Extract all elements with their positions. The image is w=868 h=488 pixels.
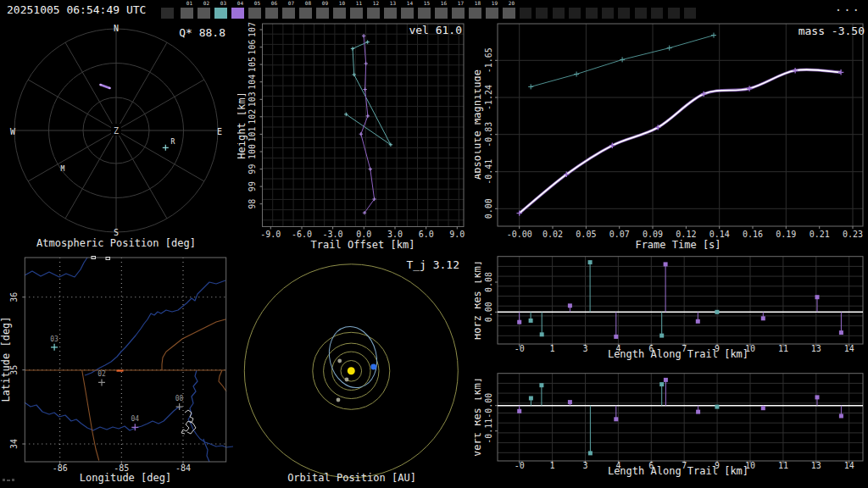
mag-lightcurve [517,68,844,216]
trail-series-purple [359,34,376,214]
station-slot-box [553,8,565,19]
sky-title-value: Q* 88.8 [179,26,225,39]
svg-text:-0.11: -0.11 [484,419,493,444]
meteor-analysis-screen: { "topbar": { "timestamp": "20251005 06:… [0,0,868,488]
mag-series-teal [528,33,716,90]
panel-orbital-position: T_j 3.12Orbital Position [AU] [237,254,475,488]
overflow-menu-button[interactable]: ... [835,0,861,14]
svg-text:99: 99 [248,164,257,175]
svg-text:-84: -84 [175,463,191,473]
svg-text:105: 105 [248,57,257,72]
station-slot-box [350,8,363,19]
station-slot-box [231,8,244,19]
station-slot-label: 16 [437,0,447,7]
svg-text:-0: -0 [515,461,525,470]
vert_res-grid [498,374,863,461]
svg-text:Vert Res [km]: Vert Res [km] [475,377,483,457]
svg-text:3: 3 [582,344,587,353]
station-slot-box [435,8,448,19]
map-watermark [3,479,14,481]
svg-text:04: 04 [131,415,139,423]
panel-trail-offset: -9.0-6.0-3.00.03.06.09.01071061051041031… [237,20,475,254]
svg-text:0.23: 0.23 [843,230,863,239]
svg-text:106: 106 [248,40,257,55]
trail-title-value: vel 61.0 [409,24,462,36]
svg-text:0.00: 0.00 [484,198,493,219]
station-slot-label: 07 [284,0,294,7]
svg-text:Absolute Magnitude: Absolute Magnitude [475,69,483,180]
utc-timestamp: 20251005 06:54:49 UTC [7,3,146,16]
station-slot-box [265,8,278,19]
map-station-08: 08 [175,395,184,410]
svg-text:0.0: 0.0 [356,230,371,239]
station-slot-box [651,8,663,19]
station-slot-box [333,8,346,19]
station-slot-box [181,8,193,19]
planet-earth-dot [370,364,376,370]
horz_res-series-purple [517,262,843,339]
svg-text:13: 13 [811,344,821,353]
trail-x-ticks: -9.0-6.0-3.00.03.06.09.0 [260,227,465,240]
panel-ground-map: -86-85-8434353602030408Longitude [deg]La… [0,254,237,488]
horz_res-y-ticks: 0.080.00 [484,272,498,322]
station-slot-box [214,8,227,19]
svg-text:0.14: 0.14 [709,230,730,239]
vert_res-series-purple [517,378,843,421]
trail-grid [263,24,465,227]
svg-text:13: 13 [811,461,821,470]
svg-text:-0.41: -0.41 [484,159,493,185]
station-slot-label: 06 [267,0,277,7]
svg-text:Height [km]: Height [km] [237,92,248,158]
svg-text:11: 11 [778,344,788,353]
svg-text:3.0: 3.0 [387,230,403,239]
svg-text:0.00: 0.00 [484,302,493,322]
meteor-sky-trail [99,84,111,90]
svg-text:-86: -86 [53,463,68,473]
map-urban-outline [181,410,196,434]
mag-title-value: mass -3.50 [798,25,865,37]
svg-text:34: 34 [9,439,19,449]
panel-trail-residuals: -0134679101113140.080.00Length Along Tra… [475,254,868,488]
station-slot-label: 02 [199,0,209,7]
station-slot-label: 10 [335,0,345,7]
station-slot-box [602,8,614,19]
sky-axis-caption: Atmospheric Position [deg] [36,237,196,249]
svg-text:0.19: 0.19 [776,230,796,239]
trail-xlabel: Trail Offset [km] [311,239,415,251]
svg-text:Latitude [deg]: Latitude [deg] [0,316,12,402]
svg-text:0.05: 0.05 [576,230,596,239]
radiant-marker: R [163,138,175,151]
station-slot-label: 03 [216,0,226,7]
station-slot-label: 20 [504,0,515,7]
trail-series-teal [344,40,392,147]
cardinal-south-label: S [114,228,119,237]
vert_res-xlabel: Length Along Trail [km] [608,465,748,477]
planet-mars-dot [337,398,341,402]
trail-plot-box [263,24,465,227]
svg-text:-0: -0 [515,344,525,353]
vert_res-y-ticks: -0.00-0.11 [484,393,498,444]
station-slot-box [520,8,531,19]
station-slot-label: 18 [470,0,481,7]
svg-text:-0.00: -0.00 [484,393,493,419]
orbit-caption: Orbital Position [AU] [287,472,416,484]
station-slot-label: 19 [487,0,498,7]
horz_res-grid [498,257,863,344]
svg-text:-0.83: -0.83 [484,122,493,147]
trail-y-ticks: 107106105104103102101100999998 [248,22,263,209]
cardinal-east-label: E [217,127,222,136]
svg-text:-6.0: -6.0 [292,230,312,239]
map-station-03: 03 [50,336,58,351]
station-slot-box [418,8,431,19]
map-grid [25,258,225,462]
station-slot-box [401,8,414,19]
svg-text:36: 36 [9,292,19,302]
station-slot-box [668,8,680,19]
station-slot-label: 01 [182,0,192,7]
moon-label: M [61,165,65,173]
station-slot-label: 13 [386,0,396,7]
panel-atmospheric-position: NESWZRMQ* 88.8Atmospheric Position [deg] [0,20,237,254]
mag-x-ticks: -0.000.020.050.070.090.120.140.160.190.2… [507,226,863,239]
svg-text:0.21: 0.21 [810,230,830,239]
svg-text:14: 14 [844,344,854,353]
